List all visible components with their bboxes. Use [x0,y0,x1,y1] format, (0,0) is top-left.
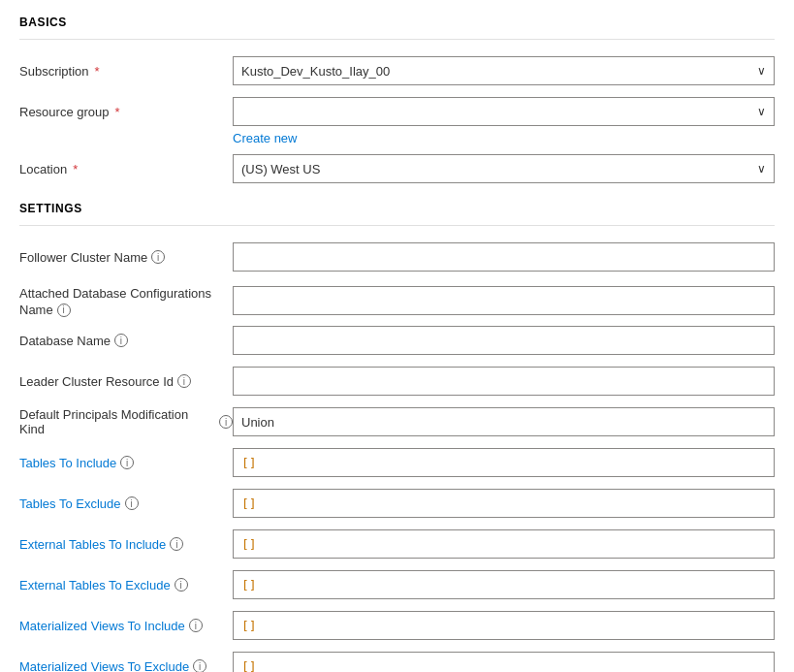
attached-db-config-input[interactable] [233,286,775,315]
follower-cluster-name-info-icon[interactable]: i [151,250,165,264]
database-name-control [233,326,775,355]
basics-title: BASICS [19,16,775,29]
default-principals-label: Default Principals Modification Kind i [19,407,233,436]
database-name-input[interactable] [233,326,775,355]
create-new-link[interactable]: Create new [233,131,775,145]
resource-group-control: ∨ [233,97,775,126]
location-basics-value: (US) West US [241,162,320,176]
external-tables-to-exclude-input[interactable] [233,570,775,599]
external-tables-to-include-info-icon[interactable]: i [170,537,183,551]
materialized-views-to-include-label: Materialized Views To Include i [19,619,233,633]
attached-db-config-label-line2: Name i [19,303,233,317]
tables-to-exclude-control [233,489,775,518]
follower-cluster-name-input[interactable] [233,242,775,272]
location-basics-control: (US) West US ∨ [233,154,775,183]
tables-to-include-control [233,448,775,477]
subscription-control: Kusto_Dev_Kusto_Ilay_00 ∨ [233,56,775,85]
attached-db-config-label: Attached Database Configurations Name i [19,286,233,317]
location-basics-row: Location * (US) West US ∨ [19,151,775,186]
subscription-select[interactable]: Kusto_Dev_Kusto_Ilay_00 ∨ [233,56,775,85]
external-tables-to-include-row: External Tables To Include i [19,527,775,561]
materialized-views-to-exclude-input[interactable] [233,652,775,672]
subscription-label: Subscription * [19,64,233,79]
settings-section: SETTINGS Follower Cluster Name i Attache… [19,202,775,672]
settings-divider [19,225,775,226]
tables-to-include-input[interactable] [233,448,775,477]
external-tables-to-exclude-row: External Tables To Exclude i [19,567,775,602]
resource-group-row: Resource group * ∨ [19,94,775,129]
tables-to-exclude-row: Tables To Exclude i [19,486,775,521]
external-tables-to-exclude-label: External Tables To Exclude i [19,578,233,592]
materialized-views-to-exclude-row: Materialized Views To Exclude i [19,649,775,672]
database-name-label: Database Name i [19,334,233,348]
default-principals-control [233,407,775,436]
basics-section: BASICS Subscription * Kusto_Dev_Kusto_Il… [19,16,775,186]
location-basics-select[interactable]: (US) West US ∨ [233,154,775,183]
tables-to-include-label: Tables To Include i [19,456,233,470]
attached-db-config-info-icon[interactable]: i [57,304,71,317]
chevron-down-icon: ∨ [757,64,766,78]
materialized-views-to-exclude-label: Materialized Views To Exclude i [19,659,233,673]
tables-to-exclude-input[interactable] [233,489,775,518]
location-basics-label: Location * [19,162,233,176]
chevron-down-icon: ∨ [757,105,766,118]
resource-group-label: Resource group * [19,105,233,119]
materialized-views-to-include-info-icon[interactable]: i [189,619,203,632]
database-name-row: Database Name i [19,323,775,358]
subscription-value: Kusto_Dev_Kusto_Ilay_00 [241,64,390,79]
follower-cluster-name-row: Follower Cluster Name i [19,240,775,274]
resource-group-required: * [115,105,120,119]
external-tables-to-exclude-control [233,570,775,599]
materialized-views-to-include-input[interactable] [233,611,775,640]
follower-cluster-name-control [233,242,775,272]
leader-cluster-resource-id-row: Leader Cluster Resource Id i [19,364,775,399]
tables-to-include-row: Tables To Include i [19,445,775,480]
default-principals-row: Default Principals Modification Kind i [19,404,775,439]
materialized-views-to-exclude-info-icon[interactable]: i [193,659,206,672]
leader-cluster-resource-id-control [233,367,775,396]
leader-cluster-resource-id-label: Leader Cluster Resource Id i [19,374,233,389]
materialized-views-to-exclude-control [233,652,775,672]
materialized-views-to-include-control [233,611,775,640]
default-principals-input[interactable] [233,407,775,436]
external-tables-to-include-label: External Tables To Include i [19,537,233,552]
tables-to-exclude-info-icon[interactable]: i [125,496,139,510]
materialized-views-to-include-row: Materialized Views To Include i [19,608,775,643]
database-name-info-icon[interactable]: i [114,334,128,347]
chevron-down-icon: ∨ [757,162,766,176]
subscription-row: Subscription * Kusto_Dev_Kusto_Ilay_00 ∨ [19,53,775,88]
leader-cluster-info-icon[interactable]: i [177,374,191,388]
attached-db-config-control [233,286,775,315]
tables-to-include-info-icon[interactable]: i [120,456,134,469]
follower-cluster-name-label: Follower Cluster Name i [19,250,233,265]
resource-group-select[interactable]: ∨ [233,97,775,126]
default-principals-info-icon[interactable]: i [219,415,233,429]
attached-db-config-row: Attached Database Configurations Name i [19,280,775,317]
settings-title: SETTINGS [19,202,775,215]
external-tables-to-include-control [233,529,775,559]
subscription-required: * [95,64,100,79]
leader-cluster-resource-id-input[interactable] [233,367,775,396]
tables-to-exclude-label: Tables To Exclude i [19,496,233,511]
basics-divider [19,39,775,40]
location-required: * [73,162,78,176]
external-tables-to-exclude-info-icon[interactable]: i [175,578,188,592]
external-tables-to-include-input[interactable] [233,529,775,559]
